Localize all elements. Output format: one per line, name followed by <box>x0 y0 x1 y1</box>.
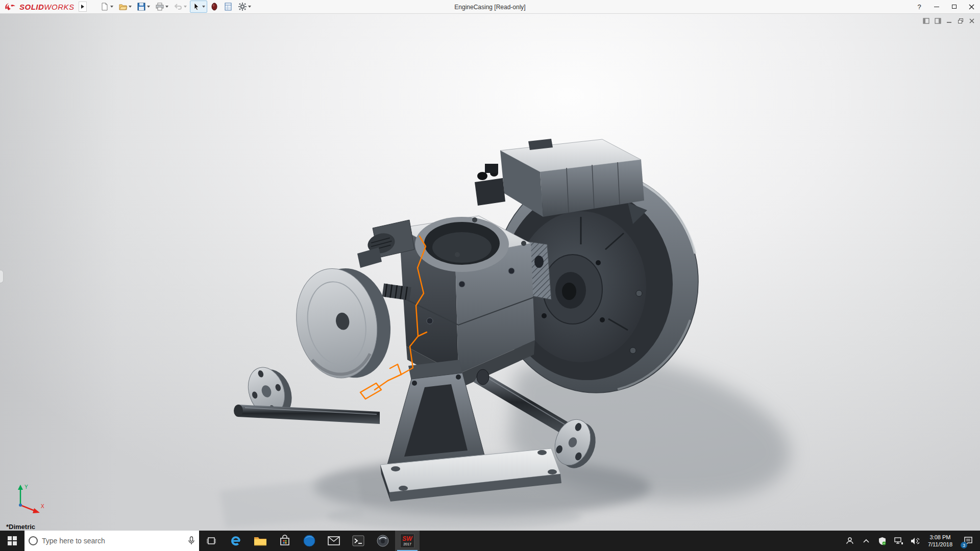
open-button[interactable] <box>116 1 134 13</box>
search-input[interactable] <box>42 537 184 545</box>
solidworks-app-icon: SW 2017 <box>400 534 414 548</box>
new-document-icon <box>100 2 109 11</box>
clock[interactable]: 3:08 PM 7/11/2018 <box>926 534 954 548</box>
minimize-button[interactable] <box>928 0 945 13</box>
help-button[interactable]: ? <box>911 0 928 13</box>
close-button[interactable] <box>963 0 980 13</box>
select-cursor-icon <box>192 2 201 11</box>
toolbar-expand-button[interactable] <box>79 2 87 12</box>
clock-time: 3:08 PM <box>929 534 950 541</box>
taskbar-app-terminal[interactable] <box>346 531 371 551</box>
system-tray: 3:08 PM 7/11/2018 3 <box>844 531 980 551</box>
file-properties-icon <box>224 2 233 11</box>
volume-icon[interactable] <box>910 531 921 551</box>
security-shield-icon[interactable] <box>877 531 888 551</box>
start-button[interactable] <box>0 531 24 551</box>
engine-casing-model[interactable] <box>0 14 980 531</box>
print-caret-icon <box>165 6 168 8</box>
mail-icon <box>328 536 340 545</box>
windows-logo-icon <box>8 536 17 545</box>
triad-y-label: Y <box>24 484 28 490</box>
options-gear-icon <box>238 2 247 11</box>
taskbar-app-edge[interactable] <box>224 531 248 551</box>
doc-close-icon[interactable] <box>969 18 975 24</box>
edge-icon <box>229 534 242 547</box>
select-tool-button[interactable] <box>190 1 207 13</box>
print-button[interactable] <box>153 1 170 13</box>
terminal-icon <box>352 535 364 546</box>
open-folder-icon <box>118 2 128 11</box>
store-icon <box>279 535 291 547</box>
reference-triad: Y X <box>11 483 47 516</box>
dark-round-app-icon <box>376 534 389 547</box>
network-icon[interactable] <box>893 531 904 551</box>
save-icon <box>137 2 146 11</box>
maximize-icon <box>952 5 957 9</box>
taskbar-app-file-explorer[interactable] <box>248 531 273 551</box>
hidden-icons-chevron-icon[interactable] <box>861 531 872 551</box>
select-caret-icon <box>202 6 205 8</box>
minimize-icon <box>934 7 939 7</box>
new-document-button[interactable] <box>98 1 115 13</box>
brand-solid: SOLID <box>19 3 44 11</box>
undo-button[interactable] <box>172 1 189 13</box>
doc-minimize-icon[interactable] <box>946 18 952 24</box>
options-button[interactable] <box>236 1 253 13</box>
maximize-button[interactable] <box>945 0 963 13</box>
file-properties-button[interactable] <box>222 1 235 13</box>
graphics-area[interactable]: Y X *Dimetric <box>0 14 980 531</box>
taskbar-app-solidworks[interactable]: SW 2017 <box>395 531 420 551</box>
options-caret-icon <box>248 6 251 8</box>
doc-pane-icon[interactable] <box>923 18 929 24</box>
solidworks-window: SOLIDWORKS <box>0 0 980 551</box>
tray-people-icon[interactable] <box>844 531 855 551</box>
brand-works: WORKS <box>44 3 74 11</box>
taskbar-app-blue-globe[interactable] <box>297 531 322 551</box>
doc-restore-icon[interactable] <box>958 18 964 24</box>
save-caret-icon <box>147 6 150 8</box>
taskbar-app-dark-round[interactable] <box>371 531 395 551</box>
save-button[interactable] <box>135 1 152 13</box>
titlebar: SOLIDWORKS <box>0 0 980 14</box>
solidworks-logo-icon <box>4 2 17 11</box>
file-explorer-icon <box>254 535 267 546</box>
brand: SOLIDWORKS <box>0 2 87 12</box>
windows-taskbar: SW 2017 3:08 PM 7/11/2018 <box>0 531 980 551</box>
taskbar-search[interactable] <box>24 531 199 551</box>
starter-pulley-disc[interactable] <box>288 260 399 386</box>
open-caret-icon <box>129 6 132 8</box>
task-view-button[interactable] <box>199 531 224 551</box>
notification-badge: 3 <box>961 542 967 548</box>
clock-date: 7/11/2018 <box>928 541 952 548</box>
print-icon <box>155 2 164 11</box>
brand-text: SOLIDWORKS <box>19 3 75 11</box>
microphone-icon[interactable] <box>188 536 195 545</box>
triad-x-label: X <box>41 504 44 509</box>
macro-button[interactable] <box>208 1 220 13</box>
action-center-button[interactable]: 3 <box>960 531 977 551</box>
cast-shadow <box>219 357 790 530</box>
cortana-icon <box>29 536 38 545</box>
doc-pane-right-icon[interactable] <box>935 18 941 24</box>
taskbar-app-mail[interactable] <box>322 531 346 551</box>
undo-icon <box>174 2 183 11</box>
taskbar-app-store[interactable] <box>273 531 297 551</box>
crankcase-block[interactable] <box>399 216 544 388</box>
blue-globe-app-icon <box>303 534 316 547</box>
undo-caret-icon <box>184 6 187 8</box>
flyout-arrow-icon <box>81 5 84 9</box>
window-controls: ? <box>911 0 980 13</box>
new-document-caret-icon <box>110 6 113 8</box>
task-view-icon <box>206 536 216 545</box>
close-icon <box>969 4 974 10</box>
document-window-controls <box>923 18 975 24</box>
view-orientation-label: *Dimetric <box>6 523 35 531</box>
macro-icon <box>210 2 218 11</box>
quick-access-toolbar <box>98 1 253 13</box>
